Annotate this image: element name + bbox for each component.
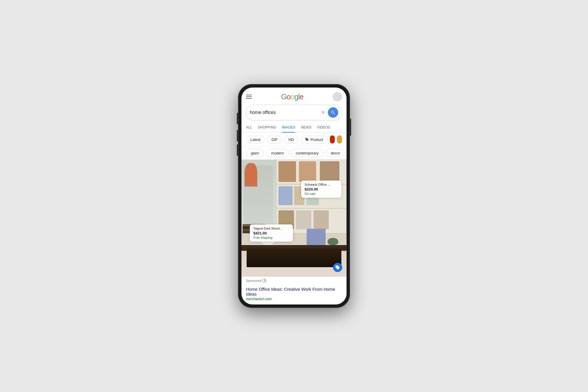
logo-e: e	[299, 92, 303, 101]
basket2	[299, 161, 316, 182]
shelf-divider-2	[276, 208, 346, 209]
tooltip2-status: Free shipping	[253, 236, 289, 239]
phone-device: Google home offices ×	[238, 84, 350, 308]
tab-shopping[interactable]: SHOPPING	[258, 123, 276, 132]
basket3	[320, 161, 339, 182]
tab-images[interactable]: IMAGES	[282, 123, 295, 132]
tooltip1-price: $220.00	[305, 187, 338, 191]
chip-product-label: Product	[310, 137, 323, 142]
hamburger-menu[interactable]	[246, 95, 252, 99]
result-item[interactable]: Home Office Ideas: Creative Work From Ho…	[241, 284, 347, 304]
google-logo: Google	[281, 92, 303, 101]
chip-modern[interactable]: modern	[266, 149, 289, 157]
chip-glam[interactable]: glam	[246, 149, 264, 157]
product-tooltip-2[interactable]: Yaguoi Dark Wood... $421.00 Free shippin…	[250, 224, 293, 242]
google-ui: Google home offices ×	[241, 88, 347, 304]
avatar-area[interactable]	[333, 92, 342, 101]
chip-product[interactable]: Product	[301, 136, 328, 143]
sponsored-info-icon[interactable]: ℹ	[262, 279, 266, 283]
chip-latest[interactable]: Latest	[246, 136, 265, 143]
filter-chips-row1: Latest GIF HD Product	[241, 133, 347, 147]
result-title[interactable]: Home Office Ideas: Creative Work From Ho…	[246, 287, 342, 296]
tab-all[interactable]: ALL	[246, 123, 252, 132]
shopping-tag-icon[interactable]	[333, 263, 342, 272]
logo-o2: o	[291, 92, 294, 101]
result-url[interactable]: merchanturl.com	[246, 297, 342, 301]
logo-o1: o	[287, 92, 290, 101]
tooltip1-status: On sale	[305, 192, 338, 195]
chip-hd-label: HD	[289, 137, 294, 142]
search-tabs: ALL SHOPPING IMAGES NEWS VIDEOS	[241, 123, 347, 133]
search-button[interactable]	[328, 107, 338, 118]
clear-button[interactable]: ×	[322, 110, 324, 115]
avatar[interactable]	[333, 92, 342, 101]
desk-body	[247, 249, 341, 267]
bowl	[328, 238, 338, 245]
basket1	[278, 161, 296, 182]
tab-news[interactable]: NEWS	[301, 123, 311, 132]
tooltip2-price: $421.00	[253, 231, 289, 235]
search-icon	[330, 110, 336, 115]
chip-color-red[interactable]	[330, 135, 335, 143]
main-image-area[interactable]: Schwartz Office ... $220.00 On sale Yagu…	[241, 160, 347, 277]
flowers2	[247, 163, 255, 184]
tag-corner-icon	[335, 265, 340, 270]
cushion	[307, 229, 326, 245]
search-bar[interactable]: home offices ×	[246, 105, 342, 120]
chip-decor[interactable]: decor	[326, 149, 345, 157]
search-bar-container: home offices ×	[241, 104, 347, 123]
chip-color-orange[interactable]	[337, 135, 342, 143]
chip-hd[interactable]: HD	[284, 136, 298, 143]
chip-contemporary[interactable]: contemporary	[291, 149, 323, 157]
phone-screen: Google home offices ×	[241, 88, 347, 304]
tooltip2-title: Yaguoi Dark Wood...	[253, 227, 289, 230]
item2	[314, 210, 329, 229]
room-illustration	[241, 160, 347, 277]
logo-g: G	[281, 92, 287, 101]
sponsored-bar: Sponsored ℹ	[241, 277, 347, 284]
tab-videos[interactable]: VIDEOS	[317, 123, 330, 132]
tooltip1-title: Schwartz Office ...	[305, 183, 338, 186]
logo-g2: g	[294, 92, 298, 101]
filter-chips-row2: glam modern contemporary decor	[241, 147, 347, 160]
search-query[interactable]: home offices	[250, 110, 322, 115]
chip-gif[interactable]: GIF	[267, 136, 282, 143]
chip-gif-label: GIF	[271, 137, 278, 142]
chip-latest-label: Latest	[250, 137, 260, 142]
sponsored-label: Sponsored	[246, 279, 261, 282]
item1	[296, 210, 312, 229]
header: Google	[241, 88, 347, 104]
product-tooltip-1[interactable]: Schwartz Office ... $220.00 On sale	[301, 181, 341, 198]
book1	[278, 186, 293, 205]
tag-icon	[305, 137, 309, 141]
